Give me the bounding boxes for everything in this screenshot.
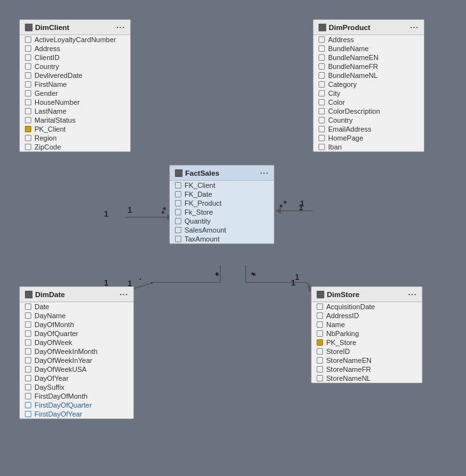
field-icon	[25, 99, 31, 105]
field-icon	[25, 339, 31, 346]
dimproduct-header: DimProduct ···	[313, 20, 424, 35]
field-icon	[175, 182, 181, 188]
field-label: Quantity	[184, 217, 211, 225]
dimstore-title: DimStore	[327, 291, 359, 298]
table-row: FK_Client	[170, 181, 274, 190]
table-row: NbParking	[312, 329, 422, 338]
field-icon	[25, 135, 31, 141]
field-icon	[317, 348, 323, 355]
field-icon	[317, 357, 323, 364]
field-label: BundleNameEN	[328, 54, 379, 61]
field-icon	[25, 54, 31, 61]
dimdate-title: DimDate	[35, 291, 65, 298]
field-icon	[25, 81, 31, 88]
dimstore-header: DimStore ···	[312, 287, 422, 302]
field-label: Country	[34, 63, 59, 70]
table-row: BundleNameFR	[313, 62, 424, 71]
field-icon	[175, 209, 181, 215]
factsales-icon	[175, 169, 183, 177]
dimdate-title-group: DimDate	[25, 291, 65, 298]
svg-text:1: 1	[128, 206, 132, 215]
field-icon	[25, 384, 31, 390]
field-icon	[175, 191, 181, 197]
field-icon	[319, 36, 325, 43]
dimproduct-menu[interactable]: ···	[410, 22, 419, 32]
dimstore-menu[interactable]: ···	[408, 289, 417, 299]
label-date-dot: ·	[151, 279, 153, 288]
dimproduct-title: DimProduct	[329, 24, 370, 31]
dimclient-menu[interactable]: ···	[116, 22, 125, 32]
field-label: LastName	[34, 107, 66, 115]
field-label: PK_Store	[326, 339, 356, 346]
field-label: TaxAmount	[184, 235, 220, 243]
field-icon	[175, 218, 181, 224]
table-row: Date	[20, 302, 133, 311]
table-row: PK_Store	[312, 338, 422, 347]
field-icon	[317, 312, 323, 319]
field-icon	[319, 108, 325, 114]
factsales-menu[interactable]: ···	[260, 168, 269, 178]
diagram-canvas: 1 * 1 * 1 * . 1 *	[0, 0, 466, 476]
table-row: DaySuffix	[20, 383, 133, 392]
field-label: Category	[328, 81, 357, 88]
table-row: TaxAmount	[170, 234, 274, 243]
field-icon	[319, 63, 325, 70]
table-row: StoreID	[312, 347, 422, 356]
field-icon	[317, 330, 323, 337]
table-row: Name	[312, 320, 422, 329]
table-row: City	[313, 89, 424, 98]
field-icon	[25, 348, 31, 355]
field-label: FK_Client	[184, 181, 215, 189]
field-icon	[25, 90, 31, 96]
field-icon	[25, 375, 31, 381]
table-row: DayOfWeekUSA	[20, 365, 133, 374]
table-row: HouseNumber	[20, 98, 130, 107]
field-icon	[25, 393, 31, 399]
table-row: DayOfWeek	[20, 338, 133, 347]
table-row: FirstName	[20, 80, 130, 89]
field-icon	[319, 99, 325, 105]
table-row: StoreNameFR	[312, 365, 422, 374]
table-row: Category	[313, 80, 424, 89]
field-label: Address	[328, 36, 354, 43]
field-icon	[317, 303, 323, 310]
field-icon	[25, 330, 31, 337]
field-label: DayOfWeek	[34, 339, 72, 346]
table-row: Fk_Store	[170, 208, 274, 217]
table-dimstore: DimStore ··· AcquisitionDate AddressID N…	[311, 286, 423, 383]
table-row: Iban	[313, 142, 424, 151]
table-row: BundleNameNL	[313, 71, 424, 80]
field-label: BundleName	[328, 45, 369, 52]
table-row: StoreNameEN	[312, 356, 422, 365]
field-label: EmailAddress	[328, 125, 372, 133]
svg-text:*: *	[283, 199, 287, 208]
table-row: EmailAddress	[313, 125, 424, 134]
table-dimclient: DimClient ··· ActiveLoyaltyCardNumber Ad…	[19, 19, 131, 152]
field-icon	[319, 126, 325, 132]
field-label: FK_Date	[184, 190, 212, 198]
field-icon	[319, 90, 325, 96]
table-row: HomePage	[313, 134, 424, 142]
field-icon	[25, 36, 31, 43]
table-row: BundleName	[313, 44, 424, 53]
dimstore-icon	[317, 291, 324, 298]
dimclient-title: DimClient	[35, 24, 70, 31]
field-icon	[25, 63, 31, 70]
field-label: Color	[328, 98, 345, 106]
field-icon	[25, 312, 31, 319]
field-icon	[25, 411, 31, 417]
field-icon	[175, 200, 181, 206]
table-row: Country	[313, 116, 424, 125]
field-icon-key	[317, 339, 323, 346]
table-row: AddressID	[312, 311, 422, 320]
field-label: PK_Client	[34, 125, 66, 133]
field-icon	[25, 357, 31, 364]
field-label: SalesAmount	[184, 226, 226, 234]
field-label: MaritalStatus	[34, 116, 75, 124]
table-row: DevliveredDate	[20, 71, 130, 80]
table-row: ActiveLoyaltyCardNumber	[20, 35, 130, 44]
field-label: City	[328, 89, 340, 97]
dimdate-icon	[25, 291, 33, 298]
field-label: ZipCode	[34, 143, 61, 151]
dimdate-menu[interactable]: ···	[119, 289, 128, 299]
